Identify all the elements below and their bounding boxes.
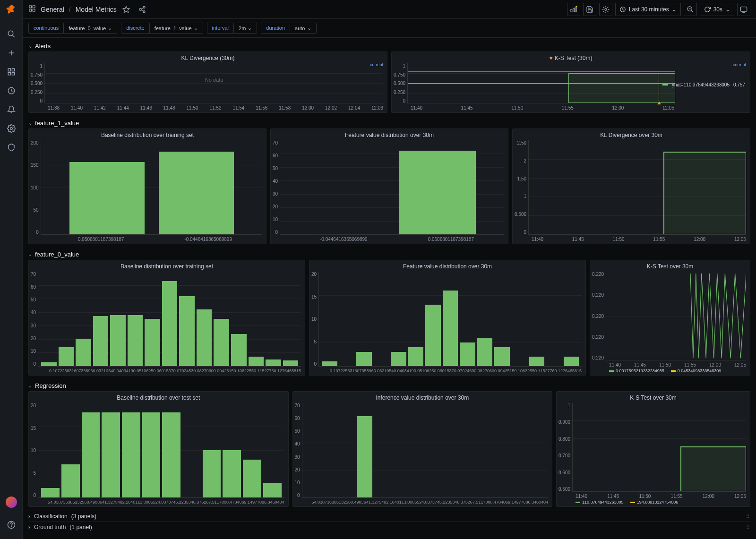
y-axis: 706050403020100: [273, 140, 280, 235]
search-icon[interactable]: [4, 26, 19, 42]
chart-plot: [407, 63, 675, 103]
panel-ks-test-30m[interactable]: ♥K-S Test (30m) current 10.7500.5000.250…: [391, 51, 750, 113]
svg-line-30: [691, 10, 693, 12]
variable-discrete[interactable]: discretefeature_1_value ⌄: [121, 23, 203, 34]
chart-plot: No data: [44, 63, 383, 103]
settings-button[interactable]: [599, 3, 612, 16]
panel-title: Baseline distribution over training set: [29, 260, 305, 271]
dashboards-nav-icon[interactable]: [28, 5, 36, 14]
svg-rect-7: [12, 73, 14, 75]
variable-continuous[interactable]: continuousfeature_0_value ⌄: [28, 23, 117, 34]
x-axis: 11:4011:4511:5011:5512:0012:05: [557, 493, 750, 499]
row-toggle-alerts[interactable]: ⌄Alerts: [28, 40, 750, 51]
help-icon[interactable]: [4, 517, 19, 532]
chevron-down-icon: ⌄: [672, 6, 677, 13]
panel-title: Feature value distribution over 30m: [271, 129, 508, 139]
chart-plot: [280, 140, 504, 235]
breadcrumb-folder[interactable]: General: [41, 6, 64, 13]
panel-f1-feat-dist[interactable]: Feature value distribution over 30m 7060…: [270, 128, 508, 244]
chart-plot: [302, 403, 548, 498]
panel-reg-ks30[interactable]: K-S Test over 30m 10.9000.8000.7000.6000…: [556, 391, 750, 507]
chevron-down-icon: ⌄: [28, 43, 32, 49]
panel-f0-baseline[interactable]: Baseline distribution over training set …: [28, 260, 305, 376]
alerting-icon[interactable]: [4, 102, 19, 117]
y-axis: 706050403020100: [31, 272, 38, 367]
grafana-logo[interactable]: [5, 4, 18, 17]
legend: 110.37849443263005 194.88813124754006: [557, 499, 750, 505]
drag-handle-icon[interactable]: ⠿: [746, 525, 750, 530]
refresh-interval-label: 30s: [713, 6, 722, 13]
panel-title: Baseline distribution over test set: [29, 392, 288, 402]
chevron-down-icon: ⌄: [108, 25, 112, 31]
panel-reg-baseline[interactable]: Baseline distribution over test set 2015…: [28, 391, 289, 507]
row-toggle-regression[interactable]: ⌄Regression: [28, 379, 750, 391]
panel-f1-baseline[interactable]: Baseline distribution over training set …: [28, 128, 266, 244]
svg-point-17: [143, 6, 145, 8]
panel-reg-inference[interactable]: Inference value distribution over 30m 70…: [292, 391, 553, 507]
x-axis: 0.0506801187398187-0.0446416365069899: [29, 236, 266, 242]
cycle-view-button[interactable]: [737, 3, 750, 16]
y-axis: 20151050: [31, 403, 38, 498]
svg-rect-6: [8, 73, 10, 75]
variable-interval[interactable]: interval2m ⌄: [207, 23, 258, 34]
heart-icon: ♥: [550, 55, 553, 61]
svg-point-0: [8, 31, 13, 36]
chart-plot: [41, 140, 262, 235]
panel-title: K-S Test over 30m: [590, 260, 750, 271]
no-data-text: No data: [45, 77, 383, 83]
panel-title: Baseline distribution over training set: [29, 129, 266, 139]
drag-handle-icon[interactable]: ⠿: [746, 514, 750, 519]
sidebar: [0, 0, 23, 539]
svg-rect-23: [573, 8, 575, 12]
panel-f1-kl30[interactable]: KL Divergence over 30m 2.5021.5010.5000 …: [512, 128, 750, 244]
row-toggle-ground-truth[interactable]: › Ground truth (1 panel) ⠿: [28, 522, 750, 532]
panel-title: ♥K-S Test (30m): [392, 52, 750, 62]
explore-icon[interactable]: [4, 83, 19, 98]
svg-rect-14: [29, 9, 32, 11]
y-axis: 20151050: [311, 272, 318, 367]
x-axis: 54.038736385132560.4903641.3275482.16401…: [29, 499, 288, 505]
x-axis: -0.04464163650698990.0506801187398187: [271, 236, 508, 242]
row-toggle-feature-0[interactable]: ⌄feature_0_value: [28, 248, 750, 260]
breadcrumb-dashboard[interactable]: Model Metrics: [76, 6, 117, 13]
y-axis: 2.5021.5010.5000: [515, 140, 528, 235]
user-avatar[interactable]: [6, 496, 17, 508]
chart-plot: [38, 272, 301, 367]
chart-plot: [318, 272, 582, 367]
legend-swatch: [609, 370, 614, 372]
time-range-picker[interactable]: Last 30 minutes ⌄: [615, 3, 681, 16]
x-axis: 11:4011:4511:5011:5512:0012:05: [392, 104, 750, 111]
panel-kl-divergence-30m[interactable]: KL Divergence (30m) current 10.7500.5000…: [28, 51, 387, 113]
x-axis: 11:4011:4511:5011:5512:0012:05: [513, 236, 750, 242]
svg-rect-24: [575, 7, 576, 12]
svg-marker-16: [123, 6, 129, 12]
dashboards-icon[interactable]: [4, 64, 19, 79]
row-toggle-classification[interactable]: › Classification (3 panels) ⠿: [28, 511, 750, 522]
chart-plot: [38, 403, 284, 498]
svg-rect-32: [740, 7, 747, 11]
star-icon[interactable]: [120, 3, 133, 16]
add-panel-button[interactable]: [567, 3, 580, 16]
zoom-out-button[interactable]: [684, 3, 697, 16]
share-icon[interactable]: [136, 3, 149, 16]
y-axis: 706050403020100: [295, 403, 302, 498]
save-button[interactable]: [583, 3, 596, 16]
chevron-right-icon: ›: [28, 513, 30, 520]
server-admin-icon[interactable]: [4, 140, 19, 155]
panel-f0-feat-dist[interactable]: Feature value distribution over 30m 2015…: [309, 260, 586, 376]
variable-duration[interactable]: durationauto ⌄: [261, 23, 316, 34]
legend-swatch: [630, 502, 635, 503]
svg-rect-12: [29, 6, 32, 8]
refresh-picker[interactable]: 30s ⌄: [700, 3, 734, 16]
panel-f0-ks30[interactable]: K-S Test over 30m 0.2200.2200.2200.2200.…: [590, 260, 750, 376]
plus-icon[interactable]: [4, 45, 19, 60]
row-toggle-feature-1[interactable]: ⌄feature_1_value: [28, 117, 750, 128]
time-range-label: Last 30 minutes: [629, 6, 669, 13]
panel-title: Feature value distribution over 30m: [309, 260, 585, 271]
svg-rect-13: [33, 6, 35, 8]
svg-line-1: [12, 35, 15, 37]
legend-value: 0.757: [733, 82, 745, 87]
legend-swatch: [576, 502, 580, 503]
panel-title: KL Divergence over 30m: [513, 129, 750, 139]
configuration-icon[interactable]: [4, 121, 19, 136]
